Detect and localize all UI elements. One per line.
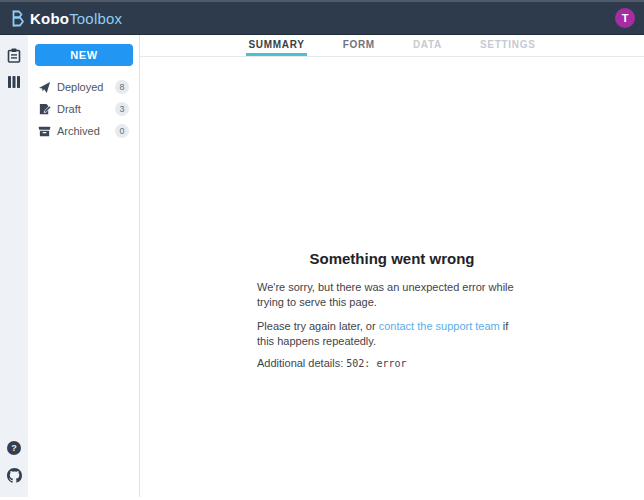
logo-toolbox: Toolbox [69,10,122,27]
main-content: SUMMARY FORM DATA SETTINGS Something wen… [140,35,644,497]
logo-text: KoboToolbox [30,10,122,27]
form-tabbar: SUMMARY FORM DATA SETTINGS [140,35,644,57]
nav-icon-rail: ? [0,35,28,497]
sidebar-item-draft[interactable]: Draft 3 [35,98,132,120]
logo-kobo: Kobo [30,10,69,27]
github-icon[interactable] [6,467,22,483]
new-button[interactable]: NEW [35,44,133,66]
tab-summary[interactable]: SUMMARY [246,35,306,56]
error-line-2: Please try again later, or contact the s… [257,319,527,349]
sidebar-item-label: Archived [57,125,115,137]
error-line-1: We're sorry, but there was an unexpected… [257,280,527,310]
projects-icon[interactable] [6,47,22,63]
contact-support-link[interactable]: contact the support team [379,320,500,332]
projects-sidebar: NEW Deployed 8 Draft [28,35,140,497]
archive-box-icon [38,125,51,138]
archived-count-badge: 0 [115,124,129,138]
library-icon[interactable] [6,74,22,90]
sidebar-item-label: Deployed [57,81,115,93]
top-header: KoboToolbox T [0,0,644,35]
draft-count-badge: 3 [115,102,129,116]
tab-data: DATA [411,35,444,56]
user-avatar[interactable]: T [615,8,635,28]
deployed-count-badge: 8 [115,80,129,94]
paper-plane-icon [38,81,51,94]
kobo-logo-icon [10,9,25,28]
error-message-block: Something went wrong We're sorry, but th… [257,250,527,369]
error-line-2-prefix: Please try again later, or [257,320,379,332]
tab-form[interactable]: FORM [341,35,377,56]
sidebar-item-archived[interactable]: Archived 0 [35,120,132,142]
error-details-code: 502: error [346,358,406,369]
sidebar-item-label: Draft [57,103,115,115]
error-details: Additional details: 502: error [257,357,527,369]
error-details-label: Additional details: [257,357,346,369]
pencil-document-icon [38,103,51,116]
sidebar-item-deployed[interactable]: Deployed 8 [35,76,132,98]
tab-settings: SETTINGS [478,35,538,56]
kobotoolbox-logo[interactable]: KoboToolbox [10,9,122,28]
error-title: Something went wrong [257,250,527,267]
help-icon[interactable]: ? [6,440,22,456]
project-status-list: Deployed 8 Draft 3 [35,76,132,142]
